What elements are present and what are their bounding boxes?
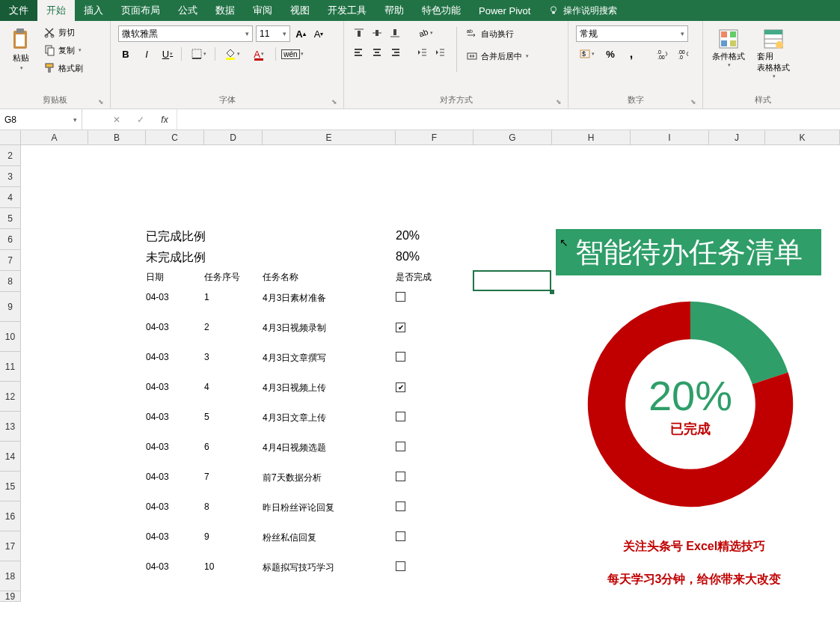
menu-审阅[interactable]: 审阅 bbox=[244, 0, 281, 21]
svg-text:$: $ bbox=[582, 50, 586, 58]
decrease-indent-icon[interactable] bbox=[414, 45, 429, 60]
row-header-11[interactable]: 11 bbox=[0, 352, 21, 382]
row-header-6[interactable]: 6 bbox=[0, 229, 21, 250]
task-checkbox[interactable] bbox=[396, 412, 473, 442]
col-header-C[interactable]: C bbox=[146, 130, 204, 145]
row-header-15[interactable]: 15 bbox=[0, 472, 21, 501]
cancel-formula-icon[interactable]: ✕ bbox=[105, 109, 129, 129]
task-checkbox[interactable] bbox=[396, 501, 473, 531]
orientation-icon[interactable]: ab▾ bbox=[414, 25, 435, 40]
font-group-label: 字体 bbox=[219, 95, 236, 104]
format-painter-button[interactable]: 格式刷 bbox=[42, 61, 85, 75]
phonetic-icon[interactable]: wén▾ bbox=[282, 46, 303, 61]
menu-插入[interactable]: 插入 bbox=[75, 0, 112, 21]
align-middle-icon[interactable] bbox=[370, 25, 384, 40]
fx-icon[interactable]: fx bbox=[153, 109, 177, 129]
menu-开始[interactable]: 开始 bbox=[37, 0, 75, 21]
menu-数据[interactable]: 数据 bbox=[206, 0, 244, 21]
align-bottom-icon[interactable] bbox=[387, 25, 402, 40]
table-format-button[interactable]: 套用 表格格式▾ bbox=[752, 24, 794, 82]
menu-视图[interactable]: 视图 bbox=[281, 0, 319, 21]
select-all-corner[interactable] bbox=[0, 130, 21, 145]
row-header-9[interactable]: 9 bbox=[0, 292, 21, 322]
svg-rect-46 bbox=[721, 31, 727, 37]
merge-center-button[interactable]: 合并后居中▾ bbox=[465, 49, 530, 63]
menu-特色功能[interactable]: 特色功能 bbox=[413, 0, 470, 21]
wrap-text-button[interactable]: ab自动换行 bbox=[465, 27, 530, 40]
menu-文件[interactable]: 文件 bbox=[0, 0, 37, 21]
col-header-D[interactable]: D bbox=[204, 130, 263, 145]
align-right-icon[interactable] bbox=[387, 45, 402, 60]
row-header-13[interactable]: 13 bbox=[0, 412, 21, 442]
align-top-icon[interactable] bbox=[352, 25, 367, 40]
comma-format-icon[interactable]: , bbox=[624, 46, 639, 61]
number-format-combo[interactable]: 常规▾ bbox=[576, 25, 688, 42]
increase-font-icon[interactable]: A▴ bbox=[293, 26, 308, 41]
row-header-5[interactable]: 5 bbox=[0, 208, 21, 229]
clipboard-launcher-icon[interactable]: ⬊ bbox=[98, 98, 104, 106]
decrease-decimal-icon[interactable]: .00.0 bbox=[676, 46, 691, 61]
row-header-2[interactable]: 2 bbox=[0, 145, 21, 166]
tell-me-search[interactable]: 操作说明搜索 bbox=[539, 0, 626, 21]
menu-公式[interactable]: 公式 bbox=[169, 0, 206, 21]
conditional-format-button[interactable]: 条件格式▾ bbox=[708, 24, 749, 71]
row-header-19[interactable]: 19 bbox=[0, 591, 21, 602]
increase-indent-icon[interactable] bbox=[432, 45, 447, 60]
row-header-3[interactable]: 3 bbox=[0, 166, 21, 187]
copy-button[interactable]: 复制▾ bbox=[42, 43, 85, 57]
decrease-font-icon[interactable]: A▾ bbox=[311, 26, 326, 41]
task-checkbox[interactable] bbox=[396, 352, 473, 382]
font-name-combo[interactable]: 微软雅黑▾ bbox=[118, 25, 253, 42]
increase-decimal-icon[interactable]: .0.00 bbox=[655, 46, 670, 61]
row-header-4[interactable]: 4 bbox=[0, 187, 21, 208]
font-launcher-icon[interactable]: ⬊ bbox=[331, 98, 337, 106]
task-checkbox[interactable]: ✔ bbox=[396, 322, 473, 352]
border-icon[interactable]: ▾ bbox=[188, 46, 209, 61]
row-header-16[interactable]: 16 bbox=[0, 501, 21, 531]
row-header-10[interactable]: 10 bbox=[0, 322, 21, 352]
col-header-B[interactable]: B bbox=[88, 130, 146, 145]
spreadsheet-grid[interactable]: ABCDEFGHIJK 2345678910111213141516171819… bbox=[0, 130, 840, 621]
task-checkbox[interactable] bbox=[396, 561, 473, 591]
task-checkbox[interactable] bbox=[396, 531, 473, 561]
col-header-G[interactable]: G bbox=[473, 130, 552, 145]
row-header-17[interactable]: 17 bbox=[0, 531, 21, 561]
font-color-icon[interactable]: A▾ bbox=[248, 46, 269, 61]
number-launcher-icon[interactable]: ⬊ bbox=[690, 98, 696, 106]
task-checkbox[interactable] bbox=[396, 292, 473, 322]
col-header-A[interactable]: A bbox=[21, 130, 88, 145]
row-header-14[interactable]: 14 bbox=[0, 442, 21, 472]
col-header-F[interactable]: F bbox=[396, 130, 473, 145]
italic-icon[interactable]: I bbox=[139, 46, 154, 61]
accept-formula-icon[interactable]: ✓ bbox=[129, 109, 153, 129]
col-header-K[interactable]: K bbox=[765, 130, 840, 145]
row-header-18[interactable]: 18 bbox=[0, 561, 21, 591]
fill-color-icon[interactable]: ▾ bbox=[221, 46, 242, 61]
menu-开发工具[interactable]: 开发工具 bbox=[319, 0, 375, 21]
cut-button[interactable]: 剪切 bbox=[42, 25, 85, 39]
menu-帮助[interactable]: 帮助 bbox=[375, 0, 413, 21]
svg-rect-51 bbox=[764, 30, 782, 34]
col-header-J[interactable]: J bbox=[709, 130, 765, 145]
align-launcher-icon[interactable]: ⬊ bbox=[556, 98, 562, 106]
accounting-format-icon[interactable]: $▾ bbox=[576, 46, 597, 61]
menu-Power Pivot[interactable]: Power Pivot bbox=[470, 0, 539, 21]
underline-icon[interactable]: U▾ bbox=[160, 46, 175, 61]
bold-icon[interactable]: B bbox=[118, 46, 133, 61]
paste-button[interactable]: 粘贴 ▾ bbox=[4, 24, 37, 74]
col-header-I[interactable]: I bbox=[631, 130, 709, 145]
menu-页面布局[interactable]: 页面布局 bbox=[112, 0, 169, 21]
row-header-12[interactable]: 12 bbox=[0, 382, 21, 412]
name-box[interactable]: G8▾ bbox=[0, 109, 82, 129]
task-checkbox[interactable] bbox=[396, 472, 473, 501]
percent-format-icon[interactable]: % bbox=[603, 46, 618, 61]
col-header-E[interactable]: E bbox=[263, 130, 396, 145]
font-size-combo[interactable]: 11▾ bbox=[256, 25, 290, 42]
task-checkbox[interactable] bbox=[396, 442, 473, 472]
row-header-8[interactable]: 8 bbox=[0, 271, 21, 292]
row-header-7[interactable]: 7 bbox=[0, 250, 21, 271]
align-center-icon[interactable] bbox=[370, 45, 384, 60]
align-left-icon[interactable] bbox=[352, 45, 367, 60]
col-header-H[interactable]: H bbox=[552, 130, 631, 145]
task-checkbox[interactable]: ✔ bbox=[396, 382, 473, 412]
